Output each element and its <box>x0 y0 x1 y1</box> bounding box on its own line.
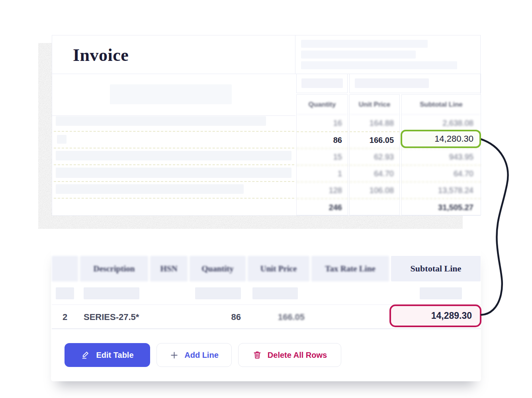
placeholder-block <box>110 84 232 104</box>
placeholder-bar <box>56 168 291 178</box>
column-header-index <box>52 256 78 281</box>
invoice-subtotal-column: Subtotal Line 2,638.08 943.95 64.70 13,5… <box>401 94 481 215</box>
column-header-tax-rate-line: Tax Rate Line <box>311 256 389 281</box>
invoice-cell-unit-price: 166.05 <box>350 131 399 148</box>
dashed-row-separator <box>54 148 294 148</box>
placeholder-cell <box>420 287 462 299</box>
delete-all-rows-button[interactable]: Delete All Rows <box>238 343 341 367</box>
invoice-address-block <box>295 35 481 74</box>
placeholder-cell <box>252 287 298 299</box>
invoice-cell-quantity: 16 <box>297 115 348 131</box>
highlighted-invoice-subtotal: 14,280.30 <box>401 130 481 148</box>
placeholder-bar <box>56 151 291 160</box>
quantity-cell[interactable]: 86 <box>190 306 241 328</box>
trash-icon <box>252 350 262 360</box>
add-line-label: Add Line <box>184 351 219 360</box>
column-header-unit-price: Unit Price <box>248 256 309 281</box>
edit-pencil-icon <box>81 350 90 360</box>
invoice-column-header-subtotal: Subtotal Line <box>402 95 481 115</box>
tax-rate-cell[interactable] <box>311 306 389 328</box>
invoice-total-unit-price <box>350 198 399 216</box>
placeholder-line <box>301 51 416 59</box>
invoice-total-subtotal: 31,505.27 <box>402 198 481 216</box>
invoice-title: Invoice <box>73 45 129 65</box>
unit-price-cell[interactable]: 166.05 <box>248 306 305 328</box>
placeholder-bar <box>57 135 66 144</box>
edit-table-label: Edit Table <box>96 351 133 360</box>
dashed-row-separator <box>54 181 294 182</box>
dashed-row-separator <box>54 164 294 165</box>
invoice-cell-unit-price: 106.08 <box>350 181 399 198</box>
divider <box>52 115 295 116</box>
invoice-cell-unit-price: 164.88 <box>350 115 399 131</box>
invoice-cell-subtotal: 13,578.24 <box>402 181 481 198</box>
column-header-quantity: Quantity <box>190 256 246 281</box>
invoice-cell-quantity: 128 <box>297 181 348 198</box>
invoice-cell-unit-price: 62.93 <box>350 148 399 165</box>
invoice-cell-subtotal: 2,638.08 <box>402 115 481 131</box>
invoice-cell-unit-price: 64.70 <box>350 165 399 181</box>
dashed-row-separator <box>54 198 294 199</box>
invoice-cell-quantity: 15 <box>297 148 348 165</box>
description-cell[interactable]: SERIES-27.5* <box>84 306 148 328</box>
highlighted-subtotal-cell[interactable]: 14,289.30 <box>389 304 481 327</box>
invoice-cell-quantity: 1 <box>297 165 348 181</box>
placeholder-cell <box>84 287 139 299</box>
invoice-column-header-quantity: Quantity <box>297 95 348 115</box>
column-header-description: Description <box>80 256 148 281</box>
placeholder-line <box>355 78 429 88</box>
column-header-subtotal-line: Subtotal Line <box>391 256 481 281</box>
extraction-table-card: Description HSN Quantity Unit Price Tax … <box>51 244 481 381</box>
invoice-document: Invoice Quantity 16 86 15 <box>52 35 481 216</box>
invoice-meta-box <box>349 74 481 93</box>
placeholder-line <box>301 40 428 48</box>
invoice-quantity-column: Quantity 16 86 15 1 128 246 <box>296 94 348 215</box>
invoice-cell-quantity: 86 <box>297 131 348 148</box>
delete-all-rows-label: Delete All Rows <box>268 351 327 360</box>
placeholder-bar <box>56 184 244 194</box>
plus-icon <box>170 351 179 360</box>
row-divider <box>52 328 481 329</box>
column-header-hsn: HSN <box>150 256 188 281</box>
invoice-unit-price-column: Unit Price 164.88 166.05 62.93 64.70 106… <box>349 94 400 215</box>
edit-table-button[interactable]: Edit Table <box>65 343 150 367</box>
placeholder-cell <box>56 287 74 299</box>
invoice-cell-subtotal: 943.95 <box>402 148 481 165</box>
dashed-row-separator <box>54 131 294 132</box>
hsn-cell[interactable] <box>150 306 188 328</box>
placeholder-bar <box>56 116 266 126</box>
placeholder-line <box>301 78 343 88</box>
add-line-button[interactable]: Add Line <box>156 343 232 367</box>
invoice-total-quantity: 246 <box>297 198 348 216</box>
invoice-column-header-unit-price: Unit Price <box>350 95 399 115</box>
placeholder-line <box>301 61 457 69</box>
divider <box>52 74 295 74</box>
invoice-cell-subtotal: 64.70 <box>402 165 481 181</box>
invoice-meta-box <box>296 74 348 93</box>
page: Invoice Quantity 16 86 15 <box>0 0 532 398</box>
row-index-cell[interactable]: 2 <box>52 306 78 328</box>
placeholder-cell <box>195 287 241 299</box>
